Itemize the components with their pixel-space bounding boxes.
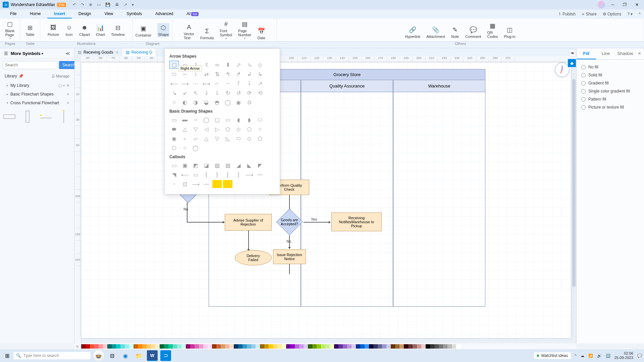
redo-icon[interactable]: ↷ [81, 2, 84, 7]
share-button[interactable]: ∝ Share [582, 12, 596, 16]
color-swatch-52[interactable] [308, 344, 312, 349]
callout-shape-12[interactable]: { [202, 171, 211, 179]
basic-shape-27[interactable]: ⬡ [169, 144, 179, 152]
callout-shape-15[interactable]: ] [234, 171, 243, 179]
callout-shape-2[interactable]: ◩ [191, 161, 200, 169]
tab-shadow[interactable]: Shadow [615, 48, 635, 59]
arrow-shape-41[interactable]: ◯ [223, 98, 232, 106]
color-swatch-33[interactable] [225, 344, 229, 349]
color-swatch-66[interactable] [369, 344, 373, 349]
shape-preview-vrect[interactable] [21, 111, 34, 123]
color-swatch-32[interactable] [221, 344, 225, 349]
color-swatch-7[interactable] [112, 344, 116, 349]
arrow-shape-42[interactable]: ◉ [234, 98, 243, 106]
color-swatch-67[interactable] [373, 344, 378, 349]
color-swatch-25[interactable] [190, 344, 195, 349]
terminator-delivery-failed[interactable]: Delivery Failed [235, 250, 272, 265]
color-swatch-16[interactable] [151, 344, 155, 349]
arrow-shape-3[interactable]: ⇧ [202, 61, 211, 69]
arrow-shape-40[interactable]: ◓ [212, 98, 222, 106]
fill-option-4[interactable]: Pattern fill [581, 95, 639, 103]
color-swatch-0[interactable] [81, 344, 86, 349]
color-swatch-9[interactable] [120, 344, 125, 349]
color-swatch-27[interactable] [199, 344, 203, 349]
fill-option-3[interactable]: Single color gradient fill [581, 87, 639, 95]
comment-button[interactable]: 💬Comment [465, 26, 481, 39]
fill-option-5[interactable]: Picture or texture fill [581, 103, 639, 111]
user-avatar[interactable] [598, 1, 605, 8]
menu-home[interactable]: Home [23, 10, 47, 18]
color-swatch-81[interactable] [434, 344, 439, 349]
color-swatch-5[interactable] [103, 344, 107, 349]
color-swatch-49[interactable] [295, 344, 299, 349]
callout-shape-7[interactable]: ◣ [245, 161, 254, 169]
formula-button[interactable]: ΣFormula [200, 27, 214, 40]
tray-wifi-icon[interactable]: 📶 [588, 354, 593, 358]
color-swatch-68[interactable] [378, 344, 382, 349]
maximize-button[interactable]: ❐ [620, 1, 629, 8]
arrow-shape-34[interactable]: ⟳ [245, 89, 254, 97]
callout-shape-19[interactable]: ⊡ [180, 180, 190, 188]
color-swatch-13[interactable] [138, 344, 142, 349]
connector-qc-down[interactable] [289, 195, 290, 210]
clipart-button[interactable]: ☻Clipart [79, 24, 90, 37]
callout-shape-1[interactable]: ▣ [180, 161, 190, 169]
arrow-shape-38[interactable]: ◑ [191, 98, 200, 106]
color-swatch-30[interactable] [212, 344, 216, 349]
arrow-shape-13[interactable]: ⇅ [212, 70, 222, 78]
basic-shape-7[interactable]: ◗ [245, 116, 254, 124]
callout-shape-13[interactable]: } [212, 171, 222, 179]
color-swatch-57[interactable] [330, 344, 334, 349]
collapse-sidebar-icon[interactable]: ≪ [65, 51, 70, 56]
callout-shape-9[interactable]: ◥ [169, 171, 179, 179]
process-advise-supplier[interactable]: Advise Supplier of Rejection [225, 214, 272, 231]
arrow-shape-20[interactable]: ⋯ [191, 79, 200, 87]
color-swatch-70[interactable] [386, 344, 391, 349]
tab-line[interactable]: Line [596, 48, 615, 59]
connector-rejection-down[interactable] [289, 264, 290, 274]
color-swatch-3[interactable] [94, 344, 99, 349]
open-icon[interactable]: ▭ [97, 2, 101, 7]
color-swatch-23[interactable] [181, 344, 186, 349]
basic-shape-14[interactable]: ⬠ [223, 125, 232, 133]
collapse-ribbon-icon[interactable]: ^ [639, 12, 641, 16]
basic-shape-26[interactable]: ⬠ [255, 134, 265, 142]
blank-page-button[interactable]: ▢Blank Page▾ [5, 20, 15, 40]
basic-shape-3[interactable]: ◯ [202, 116, 211, 124]
tray-notifications-icon[interactable]: 💬 [637, 354, 642, 358]
fill-option-1[interactable]: Solid fill [581, 71, 639, 79]
callout-shape-6[interactable]: ◢ [234, 161, 243, 169]
arrow-shape-29[interactable]: ↖ [191, 89, 200, 97]
watchlist-widget[interactable]: Watchlist ideas [534, 352, 571, 359]
arrow-shape-19[interactable]: ⟶ [180, 79, 190, 87]
taskbar-edrawmax[interactable]: ⊃ [160, 350, 171, 361]
shape-preview-vline[interactable] [58, 111, 70, 123]
basic-shape-5[interactable]: ▭ [223, 116, 232, 124]
basic-shape-23[interactable]: ◺ [223, 134, 232, 142]
basic-shape-25[interactable]: ◇ [245, 134, 254, 142]
color-swatch-24[interactable] [186, 344, 190, 349]
menu-insert[interactable]: Insert [47, 10, 72, 18]
arrow-shape-27[interactable]: ↘ [169, 89, 179, 97]
basic-shape-1[interactable]: ▬ [180, 116, 190, 124]
color-swatch-56[interactable] [325, 344, 330, 349]
menu-ai[interactable]: AIhot [180, 10, 206, 18]
color-swatch-60[interactable] [343, 344, 347, 349]
timeline-button[interactable]: ⊟Timeline [111, 24, 125, 37]
color-swatch-59[interactable] [338, 344, 343, 349]
attachment-button[interactable]: 📎Attachment [426, 26, 445, 39]
connector-advise-down[interactable] [248, 231, 249, 249]
color-swatch-53[interactable] [312, 344, 317, 349]
font-symbol-button[interactable]: #Font Symbol▾ [220, 20, 232, 40]
arrow-shape-0[interactable]: ▢ [169, 61, 179, 69]
color-swatch-46[interactable] [282, 344, 286, 349]
basic-shape-17[interactable]: ○ [255, 125, 265, 133]
expand-panel-icon[interactable]: ≫ [569, 50, 576, 56]
arrow-shape-17[interactable]: ↳ [255, 70, 265, 78]
callout-shape-10[interactable]: ⟵ [180, 171, 190, 179]
color-swatch-20[interactable] [168, 344, 173, 349]
close-tab-icon[interactable]: ✕ [115, 50, 119, 55]
fill-bucket-icon[interactable]: ◆ [568, 59, 576, 67]
fill-option-0[interactable]: No fill [581, 63, 639, 71]
arrow-shape-26[interactable]: ↗ [255, 79, 265, 87]
